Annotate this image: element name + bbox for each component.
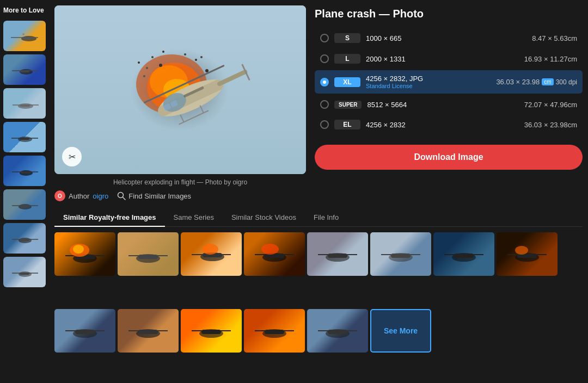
- grid-thumb-3[interactable]: [181, 232, 242, 276]
- grid-thumb-11[interactable]: [181, 309, 242, 353]
- author-badge: O Author oigro: [54, 190, 108, 201]
- sidebar-thumb-1[interactable]: [3, 21, 46, 51]
- sidebar: More to Love: [0, 0, 49, 383]
- find-similar-button[interactable]: Find Similar Images: [117, 192, 191, 200]
- author-icon: O: [54, 190, 65, 201]
- sidebar-thumb-2[interactable]: [3, 54, 46, 85]
- size-badge-s: S: [334, 33, 360, 43]
- grid-thumb-1[interactable]: [54, 232, 115, 276]
- sidebar-title: More to Love: [3, 4, 46, 17]
- right-panel: Plane crash — Photo S 1000 × 665 8.47 × …: [315, 5, 583, 201]
- svg-point-31: [159, 64, 162, 67]
- grid-thumb-8[interactable]: [497, 232, 558, 276]
- sidebar-thumb-5[interactable]: [3, 156, 46, 186]
- svg-point-35: [205, 69, 209, 72]
- size-badge-xl: XL: [334, 77, 360, 87]
- svg-point-32: [151, 56, 154, 58]
- main-image-wrap: ✂ Helicopter exploding in flight — Photo…: [54, 5, 306, 201]
- radio-xl[interactable]: [320, 78, 329, 87]
- size-options: S 1000 × 665 8.47 × 5.63cm L 2000 × 1331…: [315, 29, 583, 134]
- size-cm-xl: 36.03 × 23.98 cm 300 dpi: [496, 78, 577, 86]
- crop-icon: ✂: [69, 152, 76, 162]
- size-row-l[interactable]: L 2000 × 1331 16.93 × 11.27cm: [315, 50, 583, 68]
- size-cm-el: 36.03 × 23.98cm: [524, 121, 577, 129]
- radio-el[interactable]: [320, 120, 329, 129]
- sidebar-thumb-6[interactable]: [3, 189, 46, 220]
- main-image-svg: [54, 5, 306, 174]
- size-row-xl[interactable]: XL 4256 × 2832, JPG Standard License 36.…: [315, 70, 583, 94]
- svg-point-37: [184, 53, 186, 55]
- similar-grid: See More: [54, 232, 583, 383]
- image-title: Plane crash — Photo: [315, 8, 583, 20]
- size-dims-super: 8512 × 5664: [367, 101, 518, 109]
- svg-point-38: [143, 75, 145, 77]
- size-dims-l: 2000 × 1331: [366, 55, 519, 63]
- size-dims-el: 4256 × 2832: [366, 121, 519, 129]
- size-dims-xl: 4256 × 2832, JPG Standard License: [366, 75, 491, 89]
- svg-point-33: [195, 59, 197, 61]
- grid-thumb-4[interactable]: [244, 232, 305, 276]
- crop-button[interactable]: ✂: [62, 147, 82, 166]
- size-cm-s: 8.47 × 5.63cm: [532, 34, 577, 42]
- size-badge-super: SUPER: [334, 101, 362, 109]
- svg-point-39: [138, 61, 140, 64]
- svg-point-59: [73, 245, 84, 254]
- tab-similar-royalty-free[interactable]: Similar Royalty-free Images: [54, 209, 165, 227]
- grid-thumb-12[interactable]: [244, 309, 305, 353]
- sidebar-thumb-4[interactable]: [3, 122, 46, 152]
- see-more-label: See More: [384, 326, 418, 335]
- radio-s[interactable]: [320, 34, 329, 42]
- size-cm-super: 72.07 × 47.96cm: [524, 101, 577, 109]
- content-area: ✂ Helicopter exploding in flight — Photo…: [49, 0, 588, 383]
- svg-point-83: [515, 246, 528, 255]
- main-layout: More to Love: [0, 0, 588, 383]
- grid-thumb-5[interactable]: [307, 232, 368, 276]
- size-row-super[interactable]: SUPER 8512 × 5664 72.07 × 47.96cm: [315, 96, 583, 113]
- sidebar-thumb-3[interactable]: [3, 88, 46, 119]
- see-more-button[interactable]: See More: [370, 309, 431, 353]
- image-caption: Helicopter exploding in flight — Photo b…: [54, 178, 306, 186]
- svg-point-34: [146, 67, 148, 69]
- grid-thumb-9[interactable]: [54, 309, 115, 353]
- size-badge-l: L: [334, 54, 360, 64]
- download-button[interactable]: Download Image: [315, 145, 583, 170]
- grid-thumb-13[interactable]: [307, 309, 368, 353]
- size-dims-s: 1000 × 665: [366, 34, 526, 42]
- author-link[interactable]: oigro: [93, 192, 108, 200]
- image-meta: O Author oigro Find Similar Images: [54, 190, 306, 201]
- tabs-section: Similar Royalty-free Images Same Series …: [54, 209, 583, 227]
- svg-point-3: [22, 33, 24, 35]
- sidebar-thumb-7[interactable]: [3, 223, 46, 254]
- size-badge-el: EL: [334, 120, 360, 129]
- grid-thumb-6[interactable]: [370, 232, 431, 276]
- svg-point-36: [162, 51, 164, 53]
- radio-super[interactable]: [320, 100, 329, 109]
- size-row-s[interactable]: S 1000 × 665 8.47 × 5.63cm: [315, 29, 583, 47]
- size-row-el[interactable]: EL 4256 × 2832 36.03 × 23.98cm: [315, 115, 583, 134]
- grid-thumb-10[interactable]: [118, 309, 179, 353]
- sidebar-thumb-8[interactable]: [3, 257, 46, 287]
- tab-similar-stock-videos[interactable]: Similar Stock Videos: [223, 209, 305, 227]
- tabs-row: Similar Royalty-free Images Same Series …: [54, 209, 583, 227]
- size-cm-l: 16.93 × 11.27cm: [524, 55, 577, 63]
- tab-file-info[interactable]: File Info: [305, 209, 347, 227]
- tab-same-series[interactable]: Same Series: [165, 209, 223, 227]
- svg-line-54: [123, 197, 126, 200]
- main-image-container: ✂: [54, 5, 306, 174]
- svg-point-40: [200, 56, 203, 58]
- radio-l[interactable]: [320, 54, 329, 63]
- top-section: ✂ Helicopter exploding in flight — Photo…: [54, 5, 583, 201]
- svg-point-66: [202, 244, 218, 255]
- search-icon: [117, 192, 126, 200]
- grid-thumb-7[interactable]: [433, 232, 494, 276]
- author-label: Author: [69, 192, 89, 200]
- find-similar-label: Find Similar Images: [128, 192, 191, 200]
- grid-thumb-2[interactable]: [118, 232, 179, 276]
- svg-point-70: [261, 244, 279, 255]
